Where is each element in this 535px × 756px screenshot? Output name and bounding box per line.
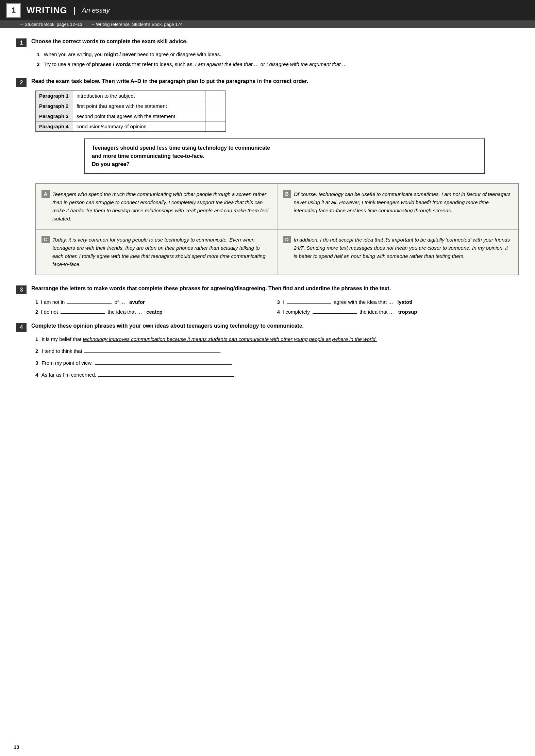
s4-item-2: 2 I tend to think that . [35, 347, 519, 355]
para-blank-2[interactable] [205, 101, 226, 111]
panel-b-header: B Of course, technology can be useful to… [283, 190, 512, 215]
section2-header: 2 Read the exam task below. Then write A… [16, 78, 519, 87]
s4-item-1: 1 It is my belief that technology improv… [35, 335, 519, 343]
header-title-group: WRITING | An essay [27, 5, 110, 16]
s4-item-4: 4 As far as I'm concerned, . [35, 371, 519, 379]
s3-text2-2: the idea that … [107, 309, 142, 315]
s1i2-mid: that refer to ideas, such as, [131, 61, 195, 67]
s3-word-4: tropsup [398, 309, 417, 315]
s3-word-3: lyatotl [397, 299, 412, 305]
section-4: 4 Complete these opinion phrases with yo… [16, 322, 519, 379]
section-2: 2 Read the exam task below. Then write A… [16, 78, 519, 174]
para-label-3: Paragraph 3 [36, 111, 73, 121]
panel-c: C Today, it is very common for young peo… [36, 229, 277, 275]
panel-d: D In addition, I do not accept the idea … [277, 229, 519, 275]
s4-text-3: From my point of view, [42, 360, 93, 366]
s1i2-before: Try to use a range of [44, 61, 92, 67]
para-blank-3[interactable] [205, 111, 226, 121]
para-desc-3: second point that agrees with the statem… [73, 111, 205, 121]
page-number: 10 [14, 744, 19, 750]
s1i1-before: When you are writing, you [44, 51, 104, 57]
section2-title: Read the exam task below. Then write A–D… [31, 78, 308, 85]
s1i2-italic2: I disagree with the argument that … [266, 61, 347, 67]
s3-item-2: 2 I do not the idea that … ceatcp [35, 308, 277, 315]
section1-item2: Try to use a range of phrases / words th… [37, 61, 519, 68]
s4-line-4[interactable] [98, 371, 234, 377]
s3-text1-3: I [283, 299, 284, 305]
section3-list: 1 I am not in of … avufor 3 I agree with… [35, 298, 519, 315]
section3-header: 3 Rearrange the letters to make words th… [16, 285, 519, 294]
panel-c-label: C [41, 236, 50, 243]
table-row: Paragraph 4 conclusion/summary of opinio… [36, 121, 226, 132]
s3-item-4: 4 I completely the idea that … tropsup [277, 308, 519, 315]
section1-title: Choose the correct words to complete the… [31, 38, 188, 45]
s3-blank-3[interactable] [287, 298, 331, 304]
para-label-2: Paragraph 2 [36, 101, 73, 111]
panel-d-header: D In addition, I do not accept the idea … [283, 236, 512, 260]
s3-blank-1[interactable] [67, 298, 112, 304]
s3-num-1: 1 [35, 299, 38, 305]
section-3: 3 Rearrange the letters to make words th… [16, 285, 519, 315]
title-divider: | [73, 5, 76, 16]
header-references: → Student's Book, pages 12–13 → Writing … [0, 20, 535, 28]
section-title: WRITING [27, 5, 67, 16]
s4-line-3[interactable] [95, 359, 231, 365]
table-row: Paragraph 2 first point that agrees with… [36, 101, 226, 111]
s4-line-2[interactable] [84, 347, 220, 353]
section4-header: 4 Complete these opinion phrases with yo… [16, 322, 519, 332]
main-content: 1 Choose the correct words to complete t… [0, 28, 535, 392]
s1i1-bold: might / never [104, 51, 136, 57]
s3-text2-1: of … [114, 299, 125, 305]
essay-panels: A Teenagers who spend too much time comm… [35, 183, 519, 275]
s3-text2-3: agree with the idea that … [334, 299, 393, 305]
s4-item-3: 3 From my point of view, . [35, 359, 519, 367]
ref2: → Writing reference, Student's Book, pag… [90, 22, 183, 27]
section4-title: Complete these opinion phrases with your… [31, 322, 304, 330]
s4-num-3: 3 [35, 360, 38, 366]
unit-number: 1 [6, 3, 21, 18]
panel-b: B Of course, technology can be useful to… [277, 184, 519, 229]
panel-c-text: Today, it is very common for young peopl… [52, 236, 270, 268]
s1i2-mid2: or [259, 61, 266, 67]
para-blank-1[interactable] [205, 91, 226, 101]
s3-blank-2[interactable] [61, 308, 105, 314]
section3-badge: 3 [16, 285, 27, 294]
s4-num-2: 2 [35, 348, 38, 354]
s3-word-2: ceatcp [146, 309, 163, 315]
s3-text1-2: I do not [41, 309, 58, 315]
s3-item-3: 3 I agree with the idea that … lyatotl [277, 298, 519, 305]
s1i1-after: need to agree or disagree with ideas. [136, 51, 221, 57]
section4-badge: 4 [16, 323, 27, 332]
s1i2-italic1: I am against the idea that … [195, 61, 259, 67]
panel-c-header: C Today, it is very common for young peo… [41, 236, 270, 268]
s3-text1-4: I completely [283, 309, 310, 315]
section4-list: 1 It is my belief that technology improv… [35, 335, 519, 379]
para-label-1: Paragraph 1 [36, 91, 73, 101]
s3-blank-4[interactable] [313, 308, 357, 314]
table-row: Paragraph 1 introduction to the subject [36, 91, 226, 101]
s4-text-4: As far as I'm concerned, [41, 372, 96, 378]
panel-d-label: D [283, 236, 291, 243]
s3-num-4: 4 [277, 309, 280, 315]
s3-num-3: 3 [277, 299, 280, 305]
s4-underlined-1: technology improves communication becaus… [83, 336, 377, 342]
header-bar: 1 WRITING | An essay [0, 0, 535, 20]
section-subtitle: An essay [82, 6, 110, 14]
para-desc-4: conclusion/summary of opinion [73, 121, 205, 132]
task-box: Teenagers should spend less time using t… [84, 138, 485, 174]
panel-b-text: Of course, technology can be useful to c… [294, 190, 512, 215]
para-blank-4[interactable] [205, 121, 226, 132]
section1-header: 1 Choose the correct words to complete t… [16, 38, 519, 47]
panel-b-label: B [283, 190, 291, 198]
panel-a-header: A Teenagers who spend too much time comm… [41, 190, 270, 223]
ref1: → Student's Book, pages 12–13 [19, 22, 82, 27]
task-box-text: Teenagers should spend less time using t… [92, 145, 270, 167]
para-desc-2: first point that agrees with the stateme… [73, 101, 205, 111]
s4-text-1a: It is my belief that [42, 336, 83, 342]
para-desc-1: introduction to the subject [73, 91, 205, 101]
s3-num-2: 2 [35, 309, 38, 315]
section1-item1: When you are writing, you might / never … [37, 51, 519, 59]
page-header: 1 WRITING | An essay → Student's Book, p… [0, 0, 535, 28]
s3-item-1: 1 I am not in of … avufor [35, 298, 277, 305]
paragraph-table: Paragraph 1 introduction to the subject … [35, 91, 226, 132]
